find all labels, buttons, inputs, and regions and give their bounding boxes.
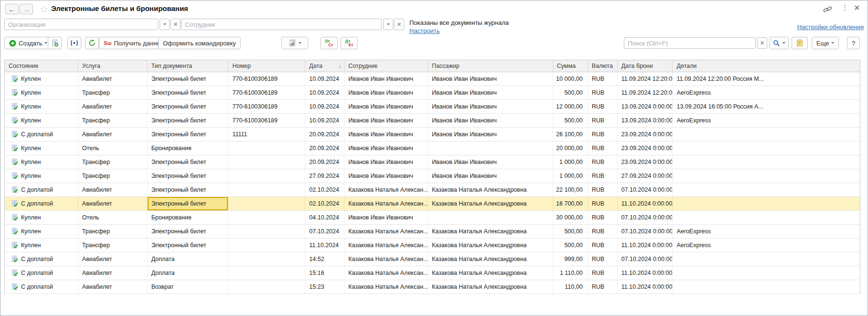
cell-doc_type[interactable]: Электронный билет xyxy=(148,100,229,113)
cell-employee[interactable]: Иванов Иван Иванович xyxy=(344,72,428,86)
cell-passenger[interactable]: Иванов Иван Иванович xyxy=(428,128,553,141)
cell-status[interactable]: С доплатой xyxy=(5,197,78,210)
cell-service[interactable]: Трансфер xyxy=(78,239,148,252)
column-header-amount[interactable]: Сумма xyxy=(553,60,588,72)
cell-booking_date[interactable]: 07.10.2024 0:00:00 xyxy=(618,211,673,224)
cell-service[interactable]: Отель xyxy=(78,211,148,224)
cell-service[interactable]: Авиабилет xyxy=(78,183,148,196)
more-button[interactable]: Еще xyxy=(812,37,839,49)
cell-booking_date[interactable]: 07.10.2024 0:00:00 xyxy=(618,225,673,238)
column-header-service[interactable]: Услуга xyxy=(78,60,148,72)
cell-doc_type[interactable]: Электронный билет xyxy=(148,239,229,252)
cell-booking_date[interactable]: 23.09.2024 0:00:00 xyxy=(618,142,673,155)
cell-status[interactable]: Куплен xyxy=(5,114,78,127)
cell-status[interactable]: Куплен xyxy=(5,169,78,183)
table-row[interactable]: С доплатойАвиабилетДоплата14:52Казакова … xyxy=(5,252,860,266)
cell-booking_date[interactable]: 13.09.2024 0:00:00 xyxy=(618,114,673,127)
cell-currency[interactable]: RUB xyxy=(588,239,618,252)
cell-date[interactable]: 20.09.2024 xyxy=(305,155,344,169)
cell-passenger[interactable]: Иванов Иван Иванович xyxy=(428,169,553,183)
cell-details[interactable] xyxy=(673,142,860,155)
cell-number[interactable] xyxy=(228,211,305,224)
cell-doc_type[interactable]: Электронный билет xyxy=(148,72,229,86)
cell-number[interactable]: 770-6100306189 xyxy=(228,86,305,99)
cell-currency[interactable]: RUB xyxy=(588,266,618,280)
reports-button[interactable] xyxy=(281,37,308,49)
cell-amount[interactable]: 12 000,00 xyxy=(553,100,588,113)
cell-details[interactable] xyxy=(673,169,860,183)
cell-booking_date[interactable]: 13.09.2024 0:00:00 xyxy=(618,100,673,113)
search-clear-button[interactable]: ✕ xyxy=(757,37,767,49)
cell-amount[interactable]: 16 700,00 xyxy=(553,197,588,210)
table-row[interactable]: КупленТрансферЭлектронный билет11.10.202… xyxy=(5,239,860,252)
cell-number[interactable]: 770-6100306189 xyxy=(228,100,305,113)
cell-status[interactable]: Куплен xyxy=(5,72,78,86)
cell-passenger[interactable]: Иванов Иван Иванович xyxy=(428,72,553,86)
cell-booking_date[interactable]: 07.10.2024 0:00:00 xyxy=(618,183,673,196)
cell-status[interactable]: С доплатой xyxy=(5,128,78,141)
cell-booking_date[interactable]: 07.10.2024 0:00:00 xyxy=(618,252,673,266)
cell-doc_type[interactable]: Электронный билет xyxy=(148,183,229,196)
cell-passenger[interactable]: Казакова Наталья Александровна xyxy=(428,239,553,252)
cell-booking_date[interactable]: 27.09.2024 0:00:00 xyxy=(618,169,673,183)
cell-amount[interactable]: 26 100,00 xyxy=(553,128,588,141)
column-header-status[interactable]: Состояние xyxy=(5,60,78,72)
cell-passenger[interactable]: Иванов Иван Иванович xyxy=(428,155,553,169)
movements-drcr-button[interactable]: DrCr xyxy=(321,37,338,49)
cell-details[interactable] xyxy=(673,266,860,280)
cell-currency[interactable]: RUB xyxy=(588,197,618,210)
cell-status[interactable]: Куплен xyxy=(5,142,78,155)
cell-service[interactable]: Авиабилет xyxy=(78,252,148,266)
cell-employee[interactable]: Казакова Наталья Алексан... xyxy=(344,280,428,294)
table-row[interactable]: С доплатойАвиабилетЭлектронный билет02.1… xyxy=(5,197,860,211)
column-header-details[interactable]: Детали xyxy=(673,60,860,72)
cell-status[interactable]: Куплен xyxy=(5,225,78,238)
cell-doc_type[interactable]: Электронный билет xyxy=(148,197,229,210)
table-row[interactable]: КупленТрансферЭлектронный билет770-61003… xyxy=(5,86,860,100)
search-button[interactable] xyxy=(770,37,789,49)
cell-details[interactable]: AeroExpress xyxy=(673,225,860,238)
cell-booking_date[interactable]: 23.09.2024 0:00:00 xyxy=(618,155,673,169)
cell-passenger[interactable]: Иванов Иван Иванович xyxy=(428,114,553,127)
cell-passenger[interactable]: Казакова Наталья Александровна xyxy=(428,225,553,238)
cell-date[interactable]: 27.09.2024 xyxy=(305,169,344,183)
cell-number[interactable] xyxy=(228,252,305,266)
cell-service[interactable]: Трансфер xyxy=(78,114,148,127)
cell-status[interactable]: Куплен xyxy=(5,155,78,169)
cell-details[interactable]: 11.09.2024 12:20:00 Россия М... xyxy=(673,72,860,86)
cell-doc_type[interactable]: Электронный билет xyxy=(148,225,229,238)
cell-currency[interactable]: RUB xyxy=(588,252,618,266)
cell-service[interactable]: Авиабилет xyxy=(78,197,148,210)
close-icon[interactable]: ✕ xyxy=(854,3,860,12)
cell-number[interactable] xyxy=(228,183,305,196)
cell-employee[interactable]: Иванов Иван Иванович xyxy=(344,155,428,169)
column-header-passenger[interactable]: Пассажир xyxy=(428,60,553,72)
get-link-icon[interactable] xyxy=(823,5,832,15)
cell-employee[interactable]: Казакова Наталья Алексан... xyxy=(344,183,428,196)
cell-details[interactable] xyxy=(673,211,860,224)
cell-amount[interactable]: 500,00 xyxy=(553,114,588,127)
refresh-button[interactable] xyxy=(85,37,99,49)
cell-currency[interactable]: RUB xyxy=(588,280,618,294)
cell-employee[interactable]: Казакова Наталья Алексан... xyxy=(344,225,428,238)
cell-passenger[interactable]: Казакова Наталья Александровна xyxy=(428,266,553,280)
cell-details[interactable]: AeroExpress xyxy=(673,114,860,127)
cell-currency[interactable]: RUB xyxy=(588,169,618,183)
cell-employee[interactable]: Иванов Иван Иванович xyxy=(344,211,428,224)
cell-details[interactable]: AeroExpress xyxy=(673,239,860,252)
cell-status[interactable]: С доплатой xyxy=(5,252,78,266)
cell-currency[interactable]: RUB xyxy=(588,100,618,113)
cell-status[interactable]: Куплен xyxy=(5,86,78,99)
cell-number[interactable] xyxy=(228,142,305,155)
cell-status[interactable]: С доплатой xyxy=(5,280,78,294)
column-header-date[interactable]: Дата↓ xyxy=(305,60,344,72)
table-row[interactable]: КупленАвиабилетЭлектронный билет770-6100… xyxy=(5,100,860,114)
cell-number[interactable] xyxy=(228,225,305,238)
cell-details[interactable] xyxy=(673,197,860,210)
note-button[interactable] xyxy=(792,37,808,49)
cell-doc_type[interactable]: Электронный билет xyxy=(148,114,229,127)
table-row[interactable]: С доплатойАвиабилетЭлектронный билет1111… xyxy=(5,128,860,142)
cell-number[interactable] xyxy=(228,169,305,183)
cell-employee[interactable]: Иванов Иван Иванович xyxy=(344,142,428,155)
table-row[interactable]: КупленТрансферЭлектронный билет07.10.202… xyxy=(5,225,860,239)
